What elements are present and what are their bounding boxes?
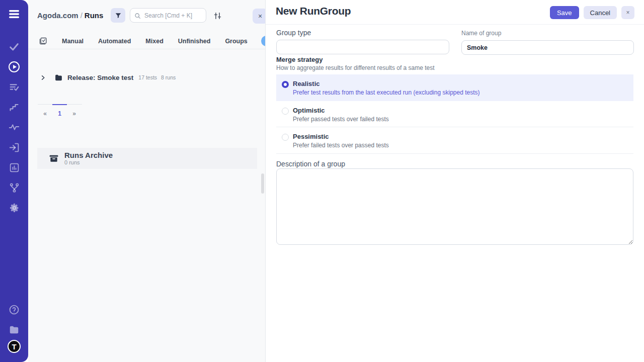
sidebar: T	[0, 0, 28, 362]
tab-automated[interactable]: Automated	[98, 38, 131, 45]
name-of-group-label: Name of group	[461, 30, 634, 37]
scrollbar-thumb[interactable]	[261, 173, 264, 194]
rungroup-tests-count: 17 tests	[138, 74, 157, 80]
new-rungroup-panel: New RunGroup Save Cancel × Group type Na…	[265, 0, 644, 362]
form-actions: Save Cancel ×	[550, 6, 634, 19]
archive-count: 0 runs	[64, 159, 113, 165]
close-button[interactable]: ×	[621, 6, 634, 19]
radio-selected-icon[interactable]	[282, 81, 289, 88]
runs-filter-tabs: Manual Automated Mixed Unfinished Groups…	[28, 33, 265, 49]
runs-archive-item[interactable]: Runs Archive 0 runs	[37, 148, 257, 169]
runs-toolbar: Agoda.com/Runs ×	[28, 0, 265, 31]
tests-check-icon[interactable]	[0, 37, 28, 57]
group-type-input[interactable]	[276, 40, 449, 54]
pagination-page-1[interactable]: 1	[52, 104, 67, 117]
steps-icon[interactable]	[0, 97, 28, 117]
runs-play-icon[interactable]	[0, 57, 28, 77]
adjustments-icon[interactable]	[211, 10, 223, 22]
search-icon	[134, 12, 141, 21]
runs-list-panel: Agoda.com/Runs × Manual	[28, 0, 265, 362]
archive-text: Runs Archive 0 runs	[64, 151, 113, 165]
import-icon[interactable]	[0, 137, 28, 157]
option-description: Prefer test results from the last execut…	[293, 89, 480, 96]
multi-select-icon[interactable]	[39, 37, 47, 45]
app-window: T Agoda.com/Runs ×	[0, 0, 644, 362]
breadcrumb-section[interactable]: Runs	[85, 11, 104, 20]
pulse-icon[interactable]	[0, 117, 28, 137]
funnel-icon	[115, 12, 122, 19]
rungroup-title[interactable]: Release: Smoke test	[67, 74, 133, 81]
analytics-icon[interactable]	[0, 157, 28, 177]
form-header: New RunGroup Save Cancel ×	[266, 0, 644, 25]
option-optimistic[interactable]: Optimistic Prefer passed tests over fail…	[276, 101, 633, 128]
profile-avatar[interactable]: T	[8, 340, 21, 353]
option-description: Prefer failed tests over passed tests	[293, 142, 389, 149]
pagination-next[interactable]: »	[67, 104, 82, 117]
description-label: Description of a group	[276, 160, 345, 168]
folder-icon	[54, 73, 63, 82]
option-description: Prefer passed tests over failed tests	[293, 116, 389, 123]
pagination-prev[interactable]: «	[38, 104, 52, 117]
merge-strategy-hint: How to aggregate results for different r…	[276, 64, 435, 71]
filter-button[interactable]	[111, 8, 125, 23]
description-textarea[interactable]	[276, 168, 633, 245]
search-box	[130, 8, 206, 23]
archive-box-icon	[49, 153, 59, 163]
option-title: Optimistic	[293, 107, 325, 114]
option-realistic[interactable]: Realistic Prefer test results from the l…	[276, 74, 633, 101]
rungroup-runs-count: 8 runs	[161, 74, 176, 80]
branches-icon[interactable]	[0, 177, 28, 198]
rungroup-tree-item[interactable]: Release: Smoke test 17 tests 8 runs	[37, 71, 176, 83]
tab-mixed[interactable]: Mixed	[145, 38, 163, 45]
settings-gear-icon[interactable]	[0, 198, 28, 218]
option-title: Pessimistic	[293, 133, 329, 140]
docs-folder-icon[interactable]	[0, 320, 28, 340]
cancel-button[interactable]: Cancel	[584, 6, 617, 19]
option-pessimistic[interactable]: Pessimistic Prefer failed tests over pas…	[276, 127, 633, 154]
merge-strategy-options: Realistic Prefer test results from the l…	[276, 74, 633, 154]
name-field: Name of group	[461, 30, 634, 55]
breadcrumb-separator: /	[78, 11, 85, 20]
chevron-right-icon[interactable]	[40, 75, 46, 80]
save-button[interactable]: Save	[550, 6, 579, 19]
page-title: New RunGroup	[276, 5, 351, 17]
option-title: Realistic	[293, 80, 319, 87]
tab-unfinished[interactable]: Unfinished	[178, 38, 211, 45]
tab-manual[interactable]: Manual	[62, 38, 84, 45]
radio-icon[interactable]	[282, 108, 289, 115]
breadcrumb: Agoda.com/Runs	[37, 11, 103, 20]
group-type-field: Group type	[276, 29, 449, 54]
tab-groups[interactable]: Groups	[225, 38, 247, 45]
test-plans-icon[interactable]	[0, 77, 28, 97]
breadcrumb-project[interactable]: Agoda.com	[37, 11, 78, 20]
archive-title: Runs Archive	[64, 151, 113, 159]
name-of-group-input[interactable]	[461, 40, 634, 55]
pagination: « 1 »	[38, 104, 82, 117]
menu-icon[interactable]	[0, 4, 28, 24]
merge-strategy-label: Merge strategy	[276, 56, 323, 63]
group-type-label: Group type	[276, 29, 449, 37]
help-icon[interactable]	[0, 300, 28, 320]
search-input[interactable]	[130, 8, 206, 23]
radio-icon[interactable]	[282, 134, 289, 141]
